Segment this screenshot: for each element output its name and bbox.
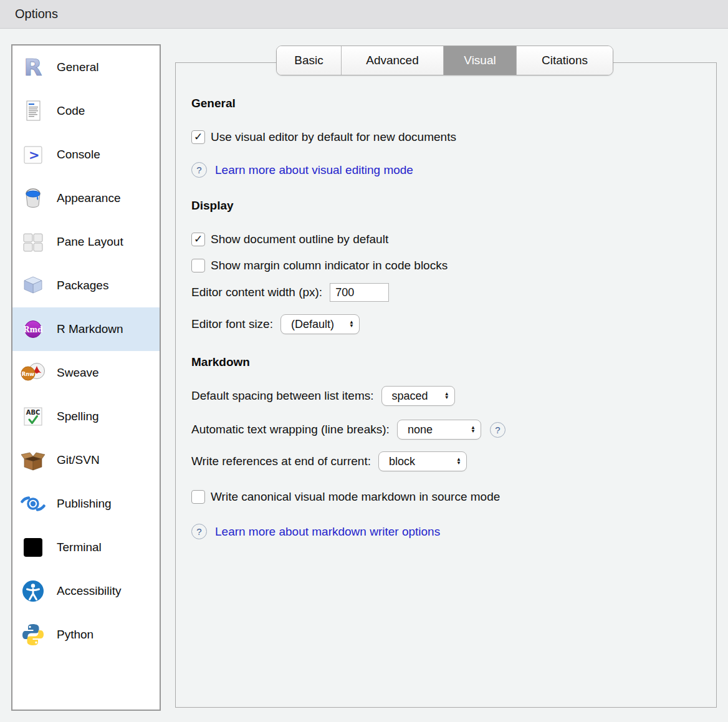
- markdown-writer-help-row: ? Learn more about markdown writer optio…: [191, 524, 716, 539]
- sidebar-item-label: Terminal: [57, 541, 102, 554]
- window-titlebar: Options: [0, 0, 728, 29]
- text-wrapping-select[interactable]: none ▲▼: [397, 420, 481, 440]
- text-wrapping-value: none: [408, 423, 433, 436]
- sidebar-item-git-svn[interactable]: Git/SVN: [12, 438, 160, 482]
- rmarkdown-icon: Rmd: [21, 317, 46, 342]
- stepper-arrows-icon: ▲▼: [444, 392, 449, 400]
- help-icon[interactable]: ?: [191, 162, 207, 178]
- stepper-arrows-icon: ▲▼: [349, 320, 354, 328]
- canonical-markdown-checkbox[interactable]: [191, 490, 205, 504]
- text-wrapping-row: Automatic text wrapping (line breaks): n…: [191, 420, 716, 440]
- section-heading-general: General: [191, 97, 716, 113]
- references-row: Write references at end of current: bloc…: [191, 451, 716, 471]
- sidebar-item-sweave[interactable]: Rnw Sweave: [12, 351, 160, 395]
- canonical-markdown-row: Write canonical visual mode markdown in …: [191, 490, 716, 504]
- references-select[interactable]: block ▲▼: [378, 451, 467, 471]
- sidebar-item-label: Packages: [57, 279, 108, 292]
- show-outline-label: Show document outline by default: [211, 233, 388, 246]
- spellcheck-icon: ABC: [21, 404, 46, 429]
- text-wrapping-help-icon[interactable]: ?: [490, 422, 505, 438]
- sidebar-item-label: Console: [57, 148, 100, 161]
- tab-visual[interactable]: Visual: [444, 46, 517, 75]
- learn-markdown-writer-link[interactable]: Learn more about markdown writer options: [215, 525, 440, 539]
- sidebar-item-publishing[interactable]: Publishing: [12, 482, 160, 526]
- visual-options-panel: General ✓ Use visual editor by default f…: [175, 62, 717, 708]
- sidebar-item-python[interactable]: Python: [12, 613, 160, 657]
- sidebar-item-packages[interactable]: Packages: [12, 264, 160, 307]
- publish-connect-icon: [21, 491, 46, 516]
- references-label: Write references at end of current:: [191, 455, 371, 468]
- paint-bucket-icon: [21, 186, 46, 211]
- pane-grid-icon: [21, 229, 46, 254]
- svg-text:Rmd: Rmd: [23, 325, 43, 334]
- tab-basic[interactable]: Basic: [277, 46, 342, 75]
- sidebar-item-label: Code: [57, 104, 85, 118]
- tab-advanced[interactable]: Advanced: [342, 46, 444, 75]
- show-outline-checkbox[interactable]: ✓: [191, 233, 205, 246]
- options-tabbar: Basic Advanced Visual Citations: [276, 46, 613, 75]
- sidebar-item-console[interactable]: > Console: [12, 133, 160, 176]
- editor-content-width-row: Editor content width (px):: [191, 283, 716, 302]
- sidebar-item-general[interactable]: R General: [12, 46, 160, 89]
- show-margin-row: Show margin column indicator in code blo…: [191, 259, 716, 272]
- checkmark-icon: ✓: [194, 234, 203, 244]
- show-outline-row: ✓ Show document outline by default: [191, 233, 716, 246]
- package-cube-icon: [21, 273, 46, 298]
- sidebar-item-label: Appearance: [57, 191, 120, 205]
- section-heading-display: Display: [191, 199, 716, 215]
- r-logo-icon: R: [21, 55, 46, 80]
- svg-text:R: R: [24, 55, 42, 80]
- window-title: Options: [15, 7, 58, 21]
- text-wrapping-label: Automatic text wrapping (line breaks):: [191, 423, 390, 436]
- help-icon[interactable]: ?: [191, 524, 207, 539]
- visual-editing-help-row: ? Learn more about visual editing mode: [191, 162, 716, 178]
- sidebar-item-pane-layout[interactable]: Pane Layout: [12, 220, 160, 264]
- section-heading-markdown: Markdown: [191, 355, 716, 372]
- editor-content-width-label: Editor content width (px):: [191, 286, 322, 299]
- references-value: block: [389, 455, 415, 468]
- sidebar-item-appearance[interactable]: Appearance: [12, 176, 160, 220]
- terminal-icon: [21, 535, 46, 560]
- options-category-sidebar: R General Code > Console Ap: [11, 44, 161, 711]
- sidebar-item-code[interactable]: Code: [12, 89, 160, 133]
- sidebar-item-label: General: [57, 60, 99, 74]
- sidebar-item-label: Sweave: [57, 366, 99, 380]
- sidebar-item-label: Spelling: [57, 410, 99, 423]
- python-logo-icon: [21, 622, 46, 647]
- show-margin-checkbox[interactable]: [191, 259, 205, 272]
- sidebar-item-r-markdown[interactable]: Rmd R Markdown: [12, 307, 160, 351]
- svg-text:>: >: [29, 148, 40, 163]
- show-margin-label: Show margin column indicator in code blo…: [211, 259, 448, 272]
- checkmark-icon: ✓: [194, 132, 203, 142]
- editor-font-size-select[interactable]: (Default) ▲▼: [280, 314, 360, 334]
- editor-font-size-label: Editor font size:: [191, 317, 273, 331]
- sidebar-item-spelling[interactable]: ABC Spelling: [12, 395, 160, 438]
- list-spacing-value: spaced: [392, 390, 428, 403]
- sidebar-item-label: Pane Layout: [57, 235, 123, 249]
- cardboard-box-icon: [21, 448, 46, 473]
- editor-font-size-row: Editor font size: (Default) ▲▼: [191, 314, 716, 334]
- sidebar-item-accessibility[interactable]: Accessibility: [12, 569, 160, 613]
- list-spacing-select[interactable]: spaced ▲▼: [381, 386, 455, 406]
- use-visual-editor-checkbox[interactable]: ✓: [191, 130, 205, 144]
- tab-citations[interactable]: Citations: [517, 46, 613, 75]
- console-prompt-icon: >: [21, 142, 46, 167]
- sidebar-item-terminal[interactable]: Terminal: [12, 526, 160, 569]
- use-visual-editor-label: Use visual editor by default for new doc…: [211, 130, 456, 144]
- svg-text:Rnw: Rnw: [22, 371, 35, 377]
- learn-visual-editing-link[interactable]: Learn more about visual editing mode: [215, 163, 413, 177]
- code-document-icon: [21, 99, 46, 123]
- list-spacing-label: Default spacing between list items:: [191, 389, 374, 403]
- list-spacing-row: Default spacing between list items: spac…: [191, 386, 716, 406]
- editor-content-width-input[interactable]: [330, 283, 389, 302]
- canonical-markdown-label: Write canonical visual mode markdown in …: [211, 490, 500, 504]
- sweave-rnw-pdf-icon: Rnw: [21, 360, 46, 385]
- use-visual-editor-row: ✓ Use visual editor by default for new d…: [191, 130, 716, 144]
- editor-font-size-value: (Default): [291, 318, 334, 331]
- sidebar-item-label: Publishing: [57, 497, 112, 511]
- stepper-arrows-icon: ▲▼: [471, 426, 476, 433]
- sidebar-item-label: Python: [57, 628, 93, 642]
- sidebar-item-label: R Markdown: [57, 322, 123, 336]
- sidebar-item-label: Git/SVN: [57, 453, 100, 467]
- sidebar-item-label: Accessibility: [57, 584, 121, 598]
